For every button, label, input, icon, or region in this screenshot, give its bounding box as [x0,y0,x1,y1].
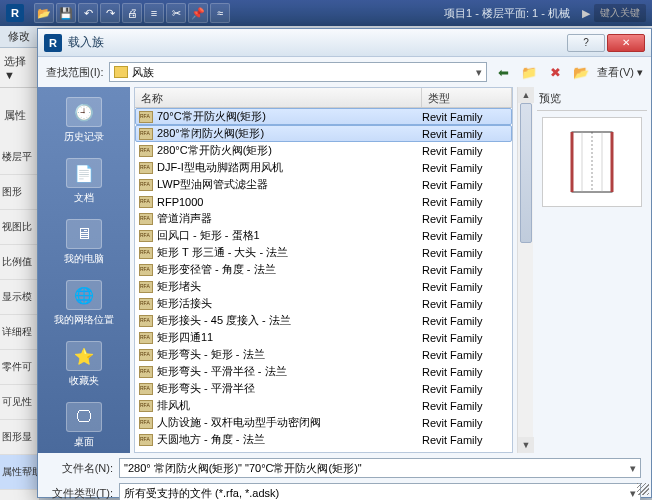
file-row[interactable]: 矩形变径管 - 角度 - 法兰Revit Family [135,261,512,278]
file-type: Revit Family [422,298,508,310]
file-row[interactable]: 矩形 T 形三通 - 大头 - 法兰Revit Family [135,244,512,261]
filetype-dropdown-icon[interactable]: ▾ [630,487,636,500]
side-l2: 图形 [0,175,42,210]
col-type[interactable]: 类型 [422,88,512,107]
file-row[interactable]: 矩形四通11Revit Family [135,329,512,346]
scroll-thumb[interactable] [520,103,532,243]
filename-dropdown-icon[interactable]: ▾ [630,462,636,475]
file-row[interactable]: 人防设施 - 双杆电动型手动密闭阀Revit Family [135,414,512,431]
chevron-down-icon[interactable]: ▾ [476,66,482,79]
project-title: 项目1 - 楼层平面: 1 - 机械 [444,6,570,21]
file-row[interactable]: 矩形弯头 - 矩形 - 法兰Revit Family [135,346,512,363]
qat-match-icon[interactable]: ≈ [210,3,230,23]
rfa-file-icon [139,128,153,140]
file-name: 矩形弯头 - 平滑半径 - 法兰 [157,364,422,379]
place-computer[interactable]: 🖥我的电脑 [44,215,124,274]
side-labels: 楼层平 图形 视图比 比例值 显示模 详细程 零件可 可见性 图形显 属性帮助 … [0,140,42,500]
qat-save-icon[interactable]: 💾 [56,3,76,23]
view-menu[interactable]: 查看(V) ▾ [597,65,643,80]
back-icon[interactable]: ⬅ [493,62,513,82]
qat-redo-icon[interactable]: ↷ [100,3,120,23]
col-name[interactable]: 名称 [135,88,422,107]
scope-label: 查找范围(I): [46,65,103,80]
file-type: Revit Family [422,128,508,140]
file-type: Revit Family [422,230,508,242]
file-name: 矩形接头 - 45 度接入 - 法兰 [157,313,422,328]
dialog-toolbar: 查找范围(I): 风族 ▾ ⬅ 📁 ✖ 📂 查看(V) ▾ [38,57,651,87]
place-network[interactable]: 🌐我的网络位置 [44,276,124,335]
qat-pin-icon[interactable]: 📌 [188,3,208,23]
side-l5: 显示模 [0,280,42,315]
resize-grip[interactable] [637,483,649,495]
file-row[interactable]: RFP1000Revit Family [135,193,512,210]
dialog-titlebar: R 载入族 ? ✕ [38,29,651,57]
delete-icon[interactable]: ✖ [545,62,565,82]
file-row[interactable]: 280°C常开防火阀(矩形)Revit Family [135,142,512,159]
file-name: 矩形弯头 - 矩形 - 法兰 [157,347,422,362]
filename-label: 文件名(N): [48,461,113,476]
up-folder-icon[interactable]: 📁 [519,62,539,82]
file-type: Revit Family [422,434,508,446]
place-favorites[interactable]: ⭐收藏夹 [44,337,124,396]
rfa-file-icon [139,145,153,157]
app-titlebar: R 📂 💾 ↶ ↷ 🖨 ≡ ✂ 📌 ≈ 项目1 - 楼层平面: 1 - 机械 ▶… [0,0,652,26]
qat-open-icon[interactable]: 📂 [34,3,54,23]
side-l10[interactable]: 属性帮助 [0,455,42,490]
filetype-input[interactable]: 所有受支持的文件 (*.rfa, *.adsk) ▾ [119,483,641,500]
side-l6: 详细程 [0,315,42,350]
file-type: Revit Family [422,264,508,276]
file-row[interactable]: 排风机Revit Family [135,397,512,414]
file-row[interactable]: 天圆地方 - 角度 - 法兰Revit Family [135,431,512,448]
search-hint[interactable]: 键入关键 [594,4,646,22]
help-button[interactable]: ? [567,34,605,52]
place-documents[interactable]: 📄文档 [44,154,124,213]
qat-align-icon[interactable]: ≡ [144,3,164,23]
qat-print-icon[interactable]: 🖨 [122,3,142,23]
file-row[interactable]: 矩形弯头 - 平滑半径 - 法兰Revit Family [135,363,512,380]
file-name: 人防设施 - 双杆电动型手动密闭阀 [157,415,422,430]
filename-input[interactable]: "280° 常闭防火阀(矩形)" "70°C常开防火阀(矩形)" ▾ [119,458,641,478]
file-row[interactable]: DJF-I型电动脚踏两用风机Revit Family [135,159,512,176]
preview-label: 预览 [537,87,647,111]
file-name: 天圆地方 - 角度 - 法兰 [157,432,422,447]
folder-path-combo[interactable]: 风族 ▾ [109,62,487,82]
folder-name: 风族 [132,65,154,80]
file-row[interactable]: 矩形接头 - 45 度接入 - 法兰Revit Family [135,312,512,329]
file-type: Revit Family [422,383,508,395]
folder-icon [114,66,128,78]
properties-label: 属性 [0,87,39,127]
places-bar: 🕘历史记录 📄文档 🖥我的电脑 🌐我的网络位置 ⭐收藏夹 🖵桌面 📁Metric… [38,87,130,453]
file-row[interactable]: 70°C常开防火阀(矩形)Revit Family [135,108,512,125]
qat-cut-icon[interactable]: ✂ [166,3,186,23]
file-name: 矩形弯头 - 平滑半径 [157,381,422,396]
scrollbar-vertical[interactable]: ▲ ▼ [517,87,533,453]
file-row[interactable]: 回风口 - 矩形 - 蛋格1Revit Family [135,227,512,244]
scroll-up-icon[interactable]: ▲ [518,87,534,103]
rfa-file-icon [139,417,153,429]
place-history[interactable]: 🕘历史记录 [44,93,124,152]
list-rows: 70°C常开防火阀(矩形)Revit Family280°常闭防火阀(矩形)Re… [135,108,512,452]
file-row[interactable]: 矩形弯头 - 平滑半径Revit Family [135,380,512,397]
rfa-file-icon [139,281,153,293]
qat-undo-icon[interactable]: ↶ [78,3,98,23]
file-type: Revit Family [422,417,508,429]
new-folder-icon[interactable]: 📂 [571,62,591,82]
file-name: 矩形四通11 [157,330,422,345]
file-row[interactable]: 矩形活接头Revit Family [135,295,512,312]
file-type: Revit Family [422,315,508,327]
file-row[interactable]: 管道消声器Revit Family [135,210,512,227]
rfa-file-icon [139,264,153,276]
file-row[interactable]: LWP型油网管式滤尘器Revit Family [135,176,512,193]
file-name: DJF-I型电动脚踏两用风机 [157,160,422,175]
select-dropdown[interactable]: 选择 ▼ [0,48,39,87]
rfa-file-icon [139,315,153,327]
place-desktop[interactable]: 🖵桌面 [44,398,124,453]
file-row[interactable]: 280°常闭防火阀(矩形)Revit Family [135,125,512,142]
file-type: Revit Family [422,179,508,191]
close-button[interactable]: ✕ [607,34,645,52]
file-name: 280°C常开防火阀(矩形) [157,143,422,158]
file-name: 回风口 - 矩形 - 蛋格1 [157,228,422,243]
file-type: Revit Family [422,400,508,412]
file-row[interactable]: 矩形堵头Revit Family [135,278,512,295]
scroll-down-icon[interactable]: ▼ [518,437,534,453]
